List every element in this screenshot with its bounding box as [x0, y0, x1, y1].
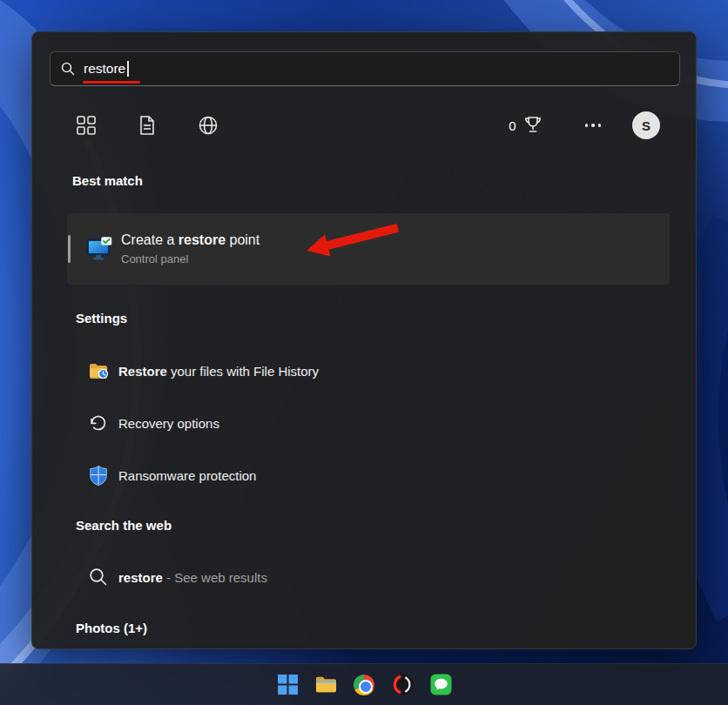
- restore-point-icon: [86, 237, 112, 261]
- user-avatar[interactable]: S: [632, 111, 660, 139]
- search-filter-bar: 0 S: [76, 111, 660, 140]
- settings-item-file-history[interactable]: Restore your files with File History: [88, 350, 576, 392]
- photos-heading: Photos (1+): [76, 621, 147, 635]
- settings-item-label: Ransomware protection: [118, 468, 256, 483]
- file-history-icon: [88, 360, 109, 381]
- text-caret: [127, 61, 129, 77]
- web-filter-icon[interactable]: [198, 115, 219, 136]
- best-match-text: Create a restore point Control panel: [121, 232, 260, 265]
- more-options-button[interactable]: [583, 118, 603, 132]
- settings-item-label: Recovery options: [118, 416, 219, 431]
- rewards-trophy-icon: [522, 115, 543, 136]
- rewards-count: 0: [509, 118, 516, 133]
- web-search-result[interactable]: restore - See web results: [88, 556, 576, 598]
- result-title: Create a restore point: [121, 232, 260, 248]
- best-match-heading: Best match: [72, 173, 143, 188]
- settings-item-recovery[interactable]: Recovery options: [88, 402, 576, 444]
- annotation-red-underline: [83, 81, 140, 84]
- search-query-text: restore: [84, 61, 125, 77]
- search-input[interactable]: restore: [50, 51, 680, 86]
- documents-filter-icon[interactable]: [137, 115, 158, 136]
- selection-accent-bar: [68, 235, 71, 263]
- file-explorer-button[interactable]: [315, 674, 337, 695]
- search-panel: restore: [31, 31, 697, 649]
- opera-gx-icon: [392, 674, 414, 695]
- recovery-icon: [88, 413, 109, 433]
- apps-filter-icon[interactable]: [76, 115, 97, 136]
- taskbar: [0, 663, 728, 705]
- chat-app-button[interactable]: [430, 674, 452, 695]
- chrome-icon: [354, 675, 374, 695]
- start-button[interactable]: [277, 674, 299, 695]
- result-subtitle: Control panel: [121, 252, 260, 265]
- windows-logo-icon: [277, 674, 299, 695]
- opera-gx-button[interactable]: [392, 674, 414, 695]
- settings-item-ransomware[interactable]: Ransomware protection: [88, 454, 576, 496]
- web-search-icon: [88, 567, 109, 588]
- settings-item-label: Restore your files with File History: [118, 364, 319, 379]
- search-web-heading: Search the web: [76, 518, 172, 533]
- best-match-result[interactable]: Create a restore point Control panel: [67, 213, 670, 285]
- web-search-label: restore - See web results: [118, 570, 267, 585]
- chat-app-icon: [430, 674, 452, 695]
- desktop: restore: [0, 0, 728, 705]
- file-explorer-icon: [315, 674, 337, 695]
- chrome-button[interactable]: [354, 674, 375, 695]
- search-icon: [61, 62, 75, 76]
- security-shield-icon: [88, 465, 109, 486]
- rewards-button[interactable]: 0: [509, 115, 543, 136]
- settings-heading: Settings: [76, 311, 127, 326]
